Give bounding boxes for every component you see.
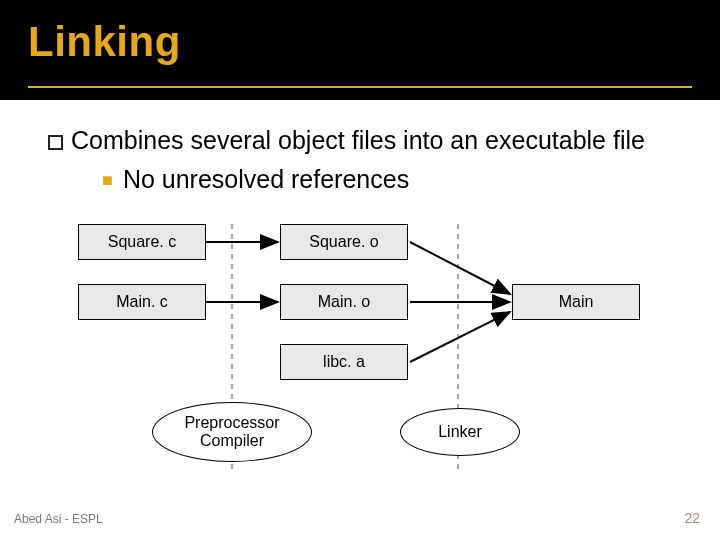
- bullet-main-text: Combines several object files into an ex…: [71, 126, 645, 154]
- compile-stage-label: Preprocessor Compiler: [184, 414, 279, 450]
- library-file-label: libc. a: [323, 353, 365, 371]
- library-file-box: libc. a: [280, 344, 408, 380]
- slide-body: Combines several object files into an ex…: [0, 100, 720, 502]
- object-file-1-box: Square. o: [280, 224, 408, 260]
- square-bullet-icon: [48, 135, 63, 150]
- square-dot-icon: ■: [102, 170, 113, 190]
- footer-author: Abed Asi - ESPL: [14, 512, 103, 526]
- link-stage-ellipse: Linker: [400, 408, 520, 456]
- link-stage-label: Linker: [438, 423, 482, 441]
- slide: Linking Combines several object files in…: [0, 0, 720, 540]
- object-file-2-label: Main. o: [318, 293, 370, 311]
- compile-stage-ellipse: Preprocessor Compiler: [152, 402, 312, 462]
- object-file-2-box: Main. o: [280, 284, 408, 320]
- slide-header: Linking: [0, 0, 720, 100]
- source-file-2-box: Main. c: [78, 284, 206, 320]
- bullet-level-2: ■No unresolved references: [102, 165, 680, 194]
- title-underline: [28, 86, 692, 88]
- bullet-level-1: Combines several object files into an ex…: [48, 126, 680, 155]
- svg-line-7: [410, 312, 510, 362]
- executable-label: Main: [559, 293, 594, 311]
- source-file-2-label: Main. c: [116, 293, 168, 311]
- slide-number: 22: [684, 510, 700, 526]
- bullet-sub-text: No unresolved references: [123, 165, 409, 193]
- source-file-1-label: Square. c: [108, 233, 176, 251]
- slide-title: Linking: [28, 18, 720, 66]
- linking-diagram: Square. c Main. c Square. o Main. o libc…: [40, 222, 680, 502]
- object-file-1-label: Square. o: [309, 233, 378, 251]
- source-file-1-box: Square. c: [78, 224, 206, 260]
- executable-box: Main: [512, 284, 640, 320]
- svg-line-5: [410, 242, 510, 294]
